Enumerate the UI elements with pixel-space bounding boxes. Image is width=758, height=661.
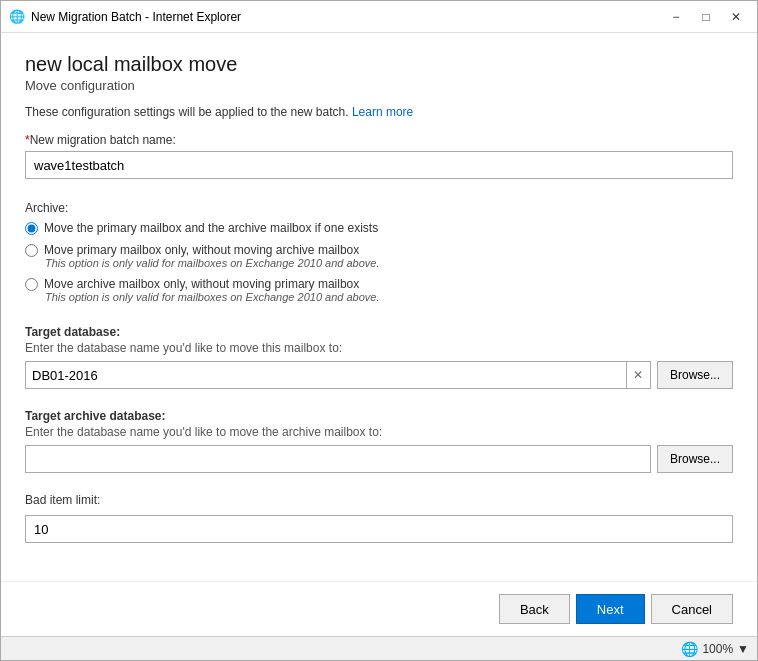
radio-item-1: Move the primary mailbox and the archive…	[25, 221, 733, 235]
archive-db-input[interactable]	[25, 445, 651, 473]
radio-item-3: Move archive mailbox only, without movin…	[25, 277, 733, 303]
cancel-button[interactable]: Cancel	[651, 594, 733, 624]
window-icon: 🌐	[9, 9, 25, 25]
target-db-input[interactable]	[26, 362, 626, 388]
window-title: New Migration Batch - Internet Explorer	[31, 10, 663, 24]
maximize-button[interactable]: □	[693, 7, 719, 27]
archive-db-label: Target archive database:	[25, 409, 733, 423]
footer: Back Next Cancel	[1, 581, 757, 636]
bad-item-label: Bad item limit:	[25, 493, 733, 507]
batch-name-input[interactable]	[25, 151, 733, 179]
target-db-row: ✕ Browse...	[25, 361, 733, 389]
target-db-browse-button[interactable]: Browse...	[657, 361, 733, 389]
archive-label: Archive:	[25, 201, 733, 215]
radio-primary-and-archive[interactable]	[25, 222, 38, 235]
close-button[interactable]: ✕	[723, 7, 749, 27]
radio-note-2: This option is only valid for mailboxes …	[45, 257, 733, 269]
learn-more-link[interactable]: Learn more	[352, 105, 413, 119]
radio-group: Move the primary mailbox and the archive…	[25, 221, 733, 303]
zoom-dropdown-icon[interactable]: ▼	[737, 642, 749, 656]
description-text: These configuration settings will be app…	[25, 105, 349, 119]
radio-label-2[interactable]: Move primary mailbox only, without movin…	[44, 243, 359, 257]
archive-db-row: Browse...	[25, 445, 733, 473]
bad-item-section: Bad item limit:	[25, 493, 733, 543]
radio-label-3[interactable]: Move archive mailbox only, without movin…	[44, 277, 359, 291]
zoom-level: 100%	[702, 642, 733, 656]
radio-note-3: This option is only valid for mailboxes …	[45, 291, 733, 303]
page-subtitle: Move configuration	[25, 78, 733, 93]
window: 🌐 New Migration Batch - Internet Explore…	[0, 0, 758, 661]
back-button[interactable]: Back	[499, 594, 570, 624]
radio-primary-only[interactable]	[25, 244, 38, 257]
page-description: These configuration settings will be app…	[25, 105, 733, 119]
status-bar: 🌐 100% ▼	[1, 636, 757, 660]
archive-db-browse-button[interactable]: Browse...	[657, 445, 733, 473]
target-db-input-wrapper: ✕	[25, 361, 651, 389]
minimize-button[interactable]: −	[663, 7, 689, 27]
next-button[interactable]: Next	[576, 594, 645, 624]
content-area: new local mailbox move Move configuratio…	[1, 33, 757, 581]
page-title: new local mailbox move	[25, 53, 733, 76]
archive-db-desc: Enter the database name you'd like to mo…	[25, 425, 733, 439]
bad-item-input[interactable]	[25, 515, 733, 543]
status-icon: 🌐	[681, 641, 698, 657]
target-db-desc: Enter the database name you'd like to mo…	[25, 341, 733, 355]
radio-archive-only[interactable]	[25, 278, 38, 291]
target-db-label: Target database:	[25, 325, 733, 339]
target-db-clear-button[interactable]: ✕	[626, 362, 650, 388]
radio-label-1[interactable]: Move the primary mailbox and the archive…	[44, 221, 378, 235]
title-bar: 🌐 New Migration Batch - Internet Explore…	[1, 1, 757, 33]
window-controls: − □ ✕	[663, 7, 749, 27]
radio-item-2: Move primary mailbox only, without movin…	[25, 243, 733, 269]
batch-name-label: New migration batch name:	[25, 133, 733, 147]
